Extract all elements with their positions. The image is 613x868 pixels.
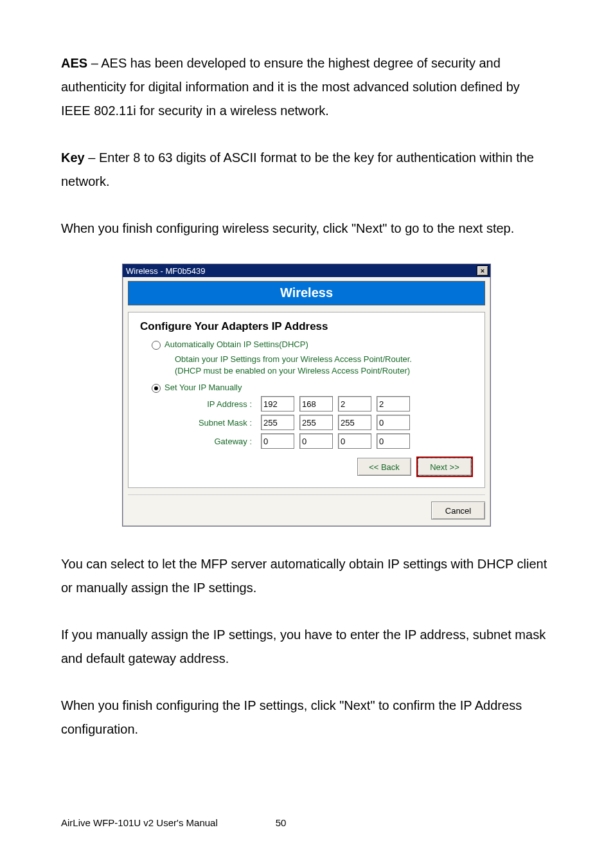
gateway-row: Gateway :	[175, 433, 474, 449]
dhcp-hint-line1: Obtain your IP Settings from your Wirele…	[175, 354, 412, 364]
ip-octet-2[interactable]	[299, 396, 333, 411]
footer-page: 50	[276, 817, 287, 828]
gw-octet-2[interactable]	[299, 433, 333, 449]
dialog-banner: Wireless	[128, 281, 485, 305]
mask-octet-4[interactable]	[377, 415, 410, 430]
radio-dhcp-row[interactable]: Automatically Obtain IP Settins(DHCP)	[152, 339, 474, 350]
cancel-button[interactable]: Cancel	[431, 502, 485, 520]
aes-label: AES	[61, 56, 87, 70]
dialog-titlebar: Wireless - MF0b5439 ×	[123, 264, 490, 277]
page-footer: AirLive WFP-101U v2 User's Manual 50	[61, 817, 286, 828]
next-button[interactable]: Next >>	[418, 458, 472, 476]
mask-octet-1[interactable]	[261, 415, 294, 430]
gw-octet-4[interactable]	[377, 433, 410, 449]
para-manual-info: If you manually assign the IP settings, …	[61, 623, 552, 671]
mask-octet-3[interactable]	[338, 415, 371, 430]
para-next-step: When you finish configuring wireless sec…	[61, 217, 552, 240]
ip-config-group: Configure Your Adapters IP Address Autom…	[128, 312, 485, 488]
ip-address-row: IP Address :	[175, 396, 474, 411]
para-aes: AES – AES has been developed to ensure t…	[61, 51, 552, 123]
close-icon[interactable]: ×	[477, 266, 488, 276]
mask-label: Subnet Mask :	[175, 418, 256, 428]
group-title: Configure Your Adapters IP Address	[140, 320, 474, 333]
wireless-dialog: Wireless - MF0b5439 × Wireless Configure…	[122, 264, 491, 527]
dhcp-hint-line2: (DHCP must be enabled on your Wireless A…	[175, 366, 410, 375]
gw-label: Gateway :	[175, 437, 256, 446]
radio-dhcp[interactable]	[152, 341, 161, 350]
ip-octet-4[interactable]	[377, 396, 410, 411]
ip-octet-3[interactable]	[338, 396, 371, 411]
mask-octet-2[interactable]	[299, 415, 333, 430]
gw-octet-1[interactable]	[261, 433, 294, 449]
radio-manual[interactable]	[152, 384, 161, 393]
nav-buttons: << Back Next >>	[140, 458, 472, 476]
dialog-title: Wireless - MF0b5439	[126, 266, 206, 276]
ip-label: IP Address :	[175, 399, 256, 409]
ip-octet-1[interactable]	[261, 396, 294, 411]
footer-product: AirLive WFP-101U v2 User's Manual	[61, 817, 218, 828]
key-label: Key	[61, 150, 85, 165]
para-key: Key – Enter 8 to 63 digits of ASCII form…	[61, 146, 552, 194]
radio-dhcp-label: Automatically Obtain IP Settins(DHCP)	[164, 339, 308, 349]
dhcp-hint: Obtain your IP Settings from your Wirele…	[175, 354, 474, 376]
radio-manual-row[interactable]: Set Your IP Manually	[152, 383, 474, 393]
subnet-mask-row: Subnet Mask :	[175, 415, 474, 430]
gw-octet-3[interactable]	[338, 433, 371, 449]
para-dhcp-info: You can select to let the MFP server aut…	[61, 552, 552, 600]
para-confirm-info: When you finish configuring the IP setti…	[61, 694, 552, 741]
key-text: – Enter 8 to 63 digits of ASCII format t…	[61, 150, 534, 188]
radio-manual-label: Set Your IP Manually	[164, 383, 242, 392]
back-button[interactable]: << Back	[357, 458, 411, 476]
aes-text: – AES has been developed to ensure the h…	[61, 56, 520, 118]
